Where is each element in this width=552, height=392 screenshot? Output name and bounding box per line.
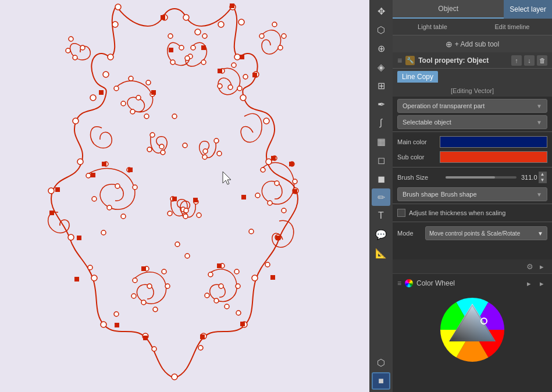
chevron-down-icon: ▼ bbox=[536, 119, 542, 126]
color-wheel-expand-btn[interactable]: ▸ bbox=[523, 277, 535, 289]
color-wheel-icon bbox=[405, 279, 413, 287]
svg-point-69 bbox=[234, 269, 239, 274]
svg-point-25 bbox=[108, 54, 113, 60]
svg-point-21 bbox=[77, 159, 83, 165]
brush-size-up[interactable]: ▲ bbox=[539, 172, 547, 177]
main-color-label: Main color bbox=[397, 138, 435, 145]
tool-select[interactable]: ◼ bbox=[372, 170, 390, 187]
svg-point-38 bbox=[232, 63, 236, 67]
svg-point-110 bbox=[185, 254, 190, 258]
svg-point-85 bbox=[282, 34, 286, 38]
svg-point-59 bbox=[133, 278, 137, 283]
svg-point-83 bbox=[259, 34, 264, 38]
svg-point-36 bbox=[136, 95, 141, 100]
panel-second-row: Light table Edit timeline bbox=[393, 19, 552, 35]
add-sub-tool-button[interactable]: ⊕ + Add sub tool bbox=[393, 35, 552, 52]
tool-layer[interactable]: ⬡ bbox=[372, 354, 390, 371]
svg-point-33 bbox=[144, 114, 149, 119]
tool-select-rect[interactable]: ⬡ bbox=[372, 21, 390, 38]
tab-edit-timeline[interactable]: Edit timeline bbox=[472, 23, 552, 30]
svg-point-41 bbox=[218, 84, 222, 88]
svg-point-116 bbox=[236, 311, 241, 315]
tool-text[interactable]: T bbox=[372, 207, 390, 224]
property-delete-btn[interactable]: 🗑 bbox=[537, 55, 547, 66]
svg-point-29 bbox=[114, 86, 119, 91]
svg-point-54 bbox=[293, 179, 297, 184]
tool-color-pick[interactable]: ◈ bbox=[372, 58, 390, 76]
svg-point-4 bbox=[238, 19, 244, 25]
selectable-object-dropdown[interactable]: Selectable object ▼ bbox=[397, 115, 547, 129]
svg-rect-128 bbox=[77, 236, 81, 240]
tool-fill[interactable]: ▦ bbox=[372, 133, 390, 150]
svg-point-114 bbox=[265, 262, 270, 267]
tab-light-table[interactable]: Light table bbox=[393, 23, 472, 30]
tool-speech-bubble[interactable]: 💬 bbox=[372, 226, 390, 243]
property-export-btn[interactable]: ↑ bbox=[511, 55, 522, 66]
panel-settings-btn[interactable]: ⚙ bbox=[524, 261, 536, 272]
svg-point-42 bbox=[228, 85, 233, 90]
tool-vector[interactable]: ✏ bbox=[372, 188, 390, 206]
brush-size-down[interactable]: ▼ bbox=[539, 177, 547, 183]
panel-more-btn[interactable]: ▸ bbox=[536, 261, 547, 272]
svg-point-105 bbox=[183, 214, 188, 219]
line-copy-tab[interactable]: Line Copy bbox=[397, 71, 438, 83]
tool-property-collapse-icon[interactable]: ≡ bbox=[397, 56, 402, 65]
tab-object[interactable]: Object bbox=[393, 0, 504, 19]
svg-point-49 bbox=[92, 197, 97, 201]
canvas-area bbox=[0, 0, 369, 392]
svg-rect-126 bbox=[102, 162, 106, 166]
svg-point-106 bbox=[184, 208, 188, 213]
svg-rect-145 bbox=[74, 277, 79, 281]
svg-point-39 bbox=[243, 74, 248, 79]
svg-point-87 bbox=[80, 45, 85, 50]
tool-color-active[interactable]: ■ bbox=[372, 372, 390, 390]
brush-size-value: 311.0 ▲ ▼ bbox=[521, 172, 547, 183]
tool-zoom[interactable]: ⊕ bbox=[372, 40, 390, 57]
subtool-tabs: Line Copy bbox=[393, 69, 552, 85]
svg-rect-121 bbox=[252, 73, 257, 77]
svg-point-12 bbox=[252, 275, 258, 281]
sub-color-swatch[interactable] bbox=[440, 151, 547, 163]
brush-shape-dropdown[interactable]: Brush shape Brush shape ▼ bbox=[397, 187, 547, 201]
operation-transparent-dropdown[interactable]: Operation of transparent part ▼ bbox=[397, 99, 547, 113]
svg-point-107 bbox=[172, 114, 177, 119]
chevron-down-icon: ▼ bbox=[536, 103, 542, 109]
svg-point-46 bbox=[133, 185, 137, 190]
tool-brush[interactable]: ∫ bbox=[372, 114, 390, 131]
property-import-btn[interactable]: ↓ bbox=[524, 55, 535, 66]
svg-point-7 bbox=[240, 95, 246, 101]
tool-grid[interactable]: ⊞ bbox=[372, 77, 390, 94]
svg-point-89 bbox=[66, 48, 70, 53]
color-wheel-container[interactable] bbox=[397, 293, 547, 367]
svg-point-81 bbox=[201, 60, 206, 65]
svg-rect-129 bbox=[276, 236, 280, 240]
tool-pen[interactable]: ✒ bbox=[372, 95, 390, 113]
brush-size-row: Brush Size 311.0 ▲ ▼ bbox=[393, 170, 552, 185]
svg-point-92 bbox=[147, 147, 152, 152]
svg-point-72 bbox=[214, 298, 219, 303]
property-actions: ↑ ↓ 🗑 bbox=[511, 55, 547, 66]
tool-move[interactable]: ✥ bbox=[372, 2, 390, 20]
color-wheel-close-btn[interactable]: ▸ bbox=[536, 277, 547, 289]
svg-point-22 bbox=[73, 118, 79, 124]
tab-select-layer[interactable]: Select layer bbox=[504, 0, 552, 19]
brush-size-slider[interactable] bbox=[446, 176, 517, 179]
tool-erase[interactable]: ◻ bbox=[372, 151, 390, 169]
svg-point-31 bbox=[146, 80, 151, 85]
svg-point-73 bbox=[205, 293, 209, 298]
adjust-line-thickness-checkbox[interactable] bbox=[397, 209, 405, 217]
main-color-swatch[interactable] bbox=[440, 136, 547, 148]
svg-point-115 bbox=[114, 312, 119, 316]
svg-point-2 bbox=[218, 22, 224, 27]
svg-point-24 bbox=[103, 72, 109, 77]
svg-point-90 bbox=[73, 55, 77, 60]
svg-point-91 bbox=[150, 133, 155, 137]
mode-dropdown[interactable]: Move control points & Scale/Rotate ▼ bbox=[425, 226, 547, 240]
tool-ruler[interactable]: 📐 bbox=[372, 244, 390, 262]
svg-point-23 bbox=[90, 95, 96, 101]
brush-size-stepper[interactable]: ▲ ▼ bbox=[539, 172, 547, 183]
svg-point-27 bbox=[115, 4, 121, 10]
svg-point-97 bbox=[202, 155, 207, 159]
svg-rect-133 bbox=[240, 322, 245, 326]
svg-rect-143 bbox=[169, 48, 173, 52]
